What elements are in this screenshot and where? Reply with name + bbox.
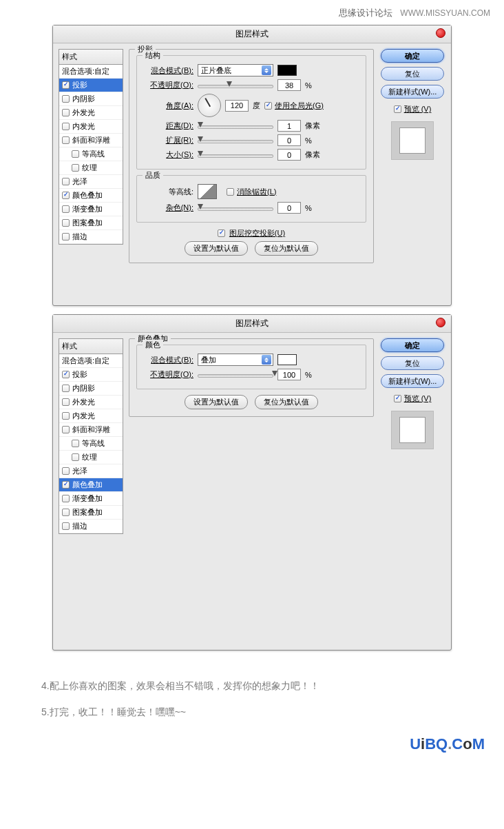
size-input[interactable] [277, 149, 301, 161]
style-item-stroke[interactable]: 描边 [59, 520, 123, 533]
style-item-stroke[interactable]: 描边 [59, 230, 123, 244]
opacity-label: 不透明度(O): [144, 369, 193, 380]
checkbox-icon[interactable] [394, 395, 401, 402]
distance-input[interactable] [277, 120, 301, 132]
close-icon[interactable] [436, 28, 445, 38]
set-defaults-button[interactable]: 设置为默认值 [185, 241, 248, 256]
noise-slider[interactable] [198, 203, 273, 213]
style-item-contour[interactable]: 等高线 [59, 437, 123, 451]
style-item-outer-glow[interactable]: 外发光 [59, 396, 123, 409]
style-item-color-overlay[interactable]: 颜色叠加 [59, 478, 123, 492]
checkbox-icon[interactable] [72, 440, 79, 447]
blend-options-item[interactable]: 混合选项:自定 [59, 65, 123, 79]
checkbox-icon[interactable] [62, 233, 70, 240]
checkbox-icon[interactable] [72, 164, 79, 172]
checkbox-icon[interactable] [218, 229, 225, 237]
styles-header[interactable]: 样式 [59, 49, 123, 65]
style-item-outer-glow[interactable]: 外发光 [59, 106, 123, 120]
preview-swatch [399, 127, 426, 154]
style-item-texture[interactable]: 纹理 [59, 451, 123, 464]
checkbox-icon[interactable] [62, 109, 70, 116]
slider-thumb-icon[interactable] [272, 371, 277, 376]
style-item-gradient-overlay[interactable]: 渐变叠加 [59, 203, 123, 216]
slider-thumb-icon[interactable] [198, 204, 203, 209]
blend-mode-select[interactable]: 叠加 [198, 354, 273, 366]
angle-dial[interactable] [198, 94, 221, 117]
style-item-drop-shadow[interactable]: 投影 [59, 368, 123, 382]
style-item-inner-glow[interactable]: 内发光 [59, 120, 123, 134]
checkbox-icon[interactable] [394, 105, 401, 113]
spread-input[interactable] [277, 134, 301, 146]
styles-header[interactable]: 样式 [59, 338, 123, 354]
style-item-contour[interactable]: 等高线 [59, 147, 123, 161]
angle-input[interactable] [225, 100, 249, 112]
checkbox-icon[interactable] [62, 467, 70, 475]
style-item-color-overlay[interactable]: 颜色叠加 [59, 189, 123, 203]
checkbox-icon[interactable] [227, 188, 234, 196]
opacity-slider[interactable] [198, 370, 273, 380]
ok-button[interactable]: 确定 [381, 49, 444, 63]
checkbox-icon[interactable] [72, 150, 79, 158]
style-item-pattern-overlay[interactable]: 图案叠加 [59, 506, 123, 520]
checkbox-icon[interactable] [62, 481, 70, 489]
slider-thumb-icon[interactable] [198, 136, 203, 142]
checkbox-icon[interactable] [62, 178, 70, 185]
blend-mode-select[interactable]: 正片叠底 [198, 64, 273, 76]
drop-shadow-panel: 投影 结构 混合模式(B): 正片叠底 不透明度(O): % [129, 49, 374, 263]
size-slider[interactable] [198, 150, 273, 160]
style-item-satin[interactable]: 光泽 [59, 175, 123, 189]
checkbox-icon[interactable] [62, 192, 70, 199]
checkbox-icon[interactable] [72, 453, 79, 461]
style-item-texture[interactable]: 纹理 [59, 161, 123, 175]
style-item-bevel[interactable]: 斜面和浮雕 [59, 423, 123, 437]
color-swatch[interactable] [277, 354, 297, 365]
slider-thumb-icon[interactable] [198, 151, 203, 156]
checkbox-icon[interactable] [62, 136, 70, 144]
reset-button[interactable]: 复位 [381, 67, 444, 81]
new-style-button[interactable]: 新建样式(W)... [381, 85, 444, 99]
reset-defaults-button[interactable]: 复位为默认值 [255, 395, 318, 409]
opacity-slider[interactable] [198, 81, 273, 90]
reset-defaults-button[interactable]: 复位为默认值 [255, 241, 318, 256]
titlebar[interactable]: 图层样式 [53, 315, 451, 333]
style-item-pattern-overlay[interactable]: 图案叠加 [59, 216, 123, 230]
new-style-button[interactable]: 新建样式(W)... [381, 374, 444, 388]
checkbox-icon[interactable] [62, 509, 70, 516]
checkbox-icon[interactable] [62, 219, 70, 227]
opacity-input[interactable] [277, 79, 301, 91]
slider-thumb-icon[interactable] [198, 122, 203, 127]
noise-input[interactable] [277, 202, 301, 214]
checkbox-icon[interactable] [62, 522, 70, 530]
checkbox-icon[interactable] [62, 495, 70, 502]
blend-options-item[interactable]: 混合选项:自定 [59, 354, 123, 368]
close-icon[interactable] [436, 318, 445, 327]
checkbox-icon[interactable] [62, 371, 70, 378]
checkbox-icon[interactable] [62, 426, 70, 433]
slider-thumb-icon[interactable] [227, 81, 232, 87]
style-item-bevel[interactable]: 斜面和浮雕 [59, 134, 123, 147]
contour-picker[interactable] [198, 184, 217, 199]
style-item-inner-shadow[interactable]: 内阴影 [59, 382, 123, 396]
noise-label: 杂色(N): [144, 203, 193, 213]
opacity-input[interactable] [277, 369, 301, 380]
style-item-drop-shadow[interactable]: 投影 [59, 79, 123, 92]
checkbox-icon[interactable] [62, 398, 70, 406]
checkbox-icon[interactable] [264, 102, 272, 110]
style-item-inner-shadow[interactable]: 内阴影 [59, 92, 123, 106]
checkbox-icon[interactable] [62, 205, 70, 213]
set-defaults-button[interactable]: 设置为默认值 [185, 395, 248, 409]
checkbox-icon[interactable] [62, 95, 70, 103]
style-item-inner-glow[interactable]: 内发光 [59, 409, 123, 423]
color-swatch[interactable] [277, 65, 297, 76]
checkbox-icon[interactable] [62, 81, 70, 89]
ok-button[interactable]: 确定 [381, 338, 444, 352]
titlebar[interactable]: 图层样式 [53, 25, 451, 43]
reset-button[interactable]: 复位 [381, 356, 444, 370]
distance-slider[interactable] [198, 121, 273, 131]
style-item-satin[interactable]: 光泽 [59, 464, 123, 478]
spread-slider[interactable] [198, 136, 273, 145]
checkbox-icon[interactable] [62, 385, 70, 392]
checkbox-icon[interactable] [62, 412, 70, 420]
checkbox-icon[interactable] [62, 123, 70, 130]
style-item-gradient-overlay[interactable]: 渐变叠加 [59, 492, 123, 506]
